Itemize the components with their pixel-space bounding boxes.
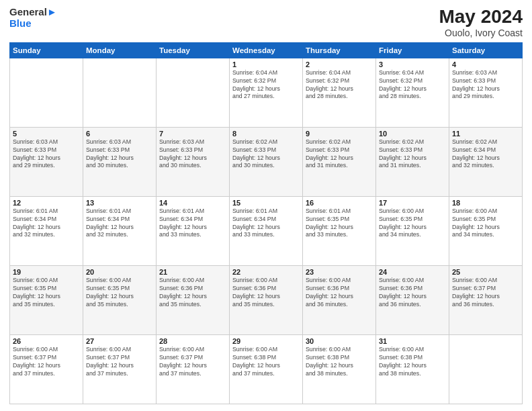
day-num-3-2: 21 [159, 268, 226, 276]
day-info-2-3: Sunrise: 6:01 AM Sunset: 6:34 PM Dayligh… [232, 208, 300, 240]
day-num-3-1: 20 [86, 268, 153, 276]
day-num-2-3: 15 [232, 199, 300, 207]
day-num-0-5: 3 [379, 60, 446, 68]
cell-4-3: 29Sunrise: 6:00 AM Sunset: 6:38 PM Dayli… [230, 334, 303, 404]
cell-3-5: 24Sunrise: 6:00 AM Sunset: 6:36 PM Dayli… [376, 265, 449, 334]
day-num-2-0: 12 [13, 199, 80, 207]
day-info-3-0: Sunrise: 6:00 AM Sunset: 6:35 PM Dayligh… [13, 277, 80, 309]
day-info-3-5: Sunrise: 6:00 AM Sunset: 6:36 PM Dayligh… [379, 277, 446, 309]
day-num-1-5: 10 [379, 130, 446, 138]
cell-3-1: 20Sunrise: 6:00 AM Sunset: 6:35 PM Dayli… [83, 265, 157, 334]
cell-2-3: 15Sunrise: 6:01 AM Sunset: 6:34 PM Dayli… [230, 196, 303, 265]
day-info-2-0: Sunrise: 6:01 AM Sunset: 6:34 PM Dayligh… [13, 208, 80, 240]
day-info-2-5: Sunrise: 6:00 AM Sunset: 6:35 PM Dayligh… [379, 208, 446, 240]
day-num-2-4: 16 [306, 199, 373, 207]
day-info-4-2: Sunrise: 6:00 AM Sunset: 6:37 PM Dayligh… [159, 346, 226, 378]
day-num-4-2: 28 [159, 337, 226, 345]
day-info-1-0: Sunrise: 6:03 AM Sunset: 6:33 PM Dayligh… [13, 138, 80, 171]
week-row-3: 19Sunrise: 6:00 AM Sunset: 6:35 PM Dayli… [10, 265, 523, 334]
day-info-4-5: Sunrise: 6:00 AM Sunset: 6:38 PM Dayligh… [379, 346, 446, 378]
title-area: May 2024 Ouolo, Ivory Coast [439, 7, 523, 38]
day-info-3-1: Sunrise: 6:00 AM Sunset: 6:35 PM Dayligh… [86, 277, 153, 309]
day-info-1-5: Sunrise: 6:02 AM Sunset: 6:33 PM Dayligh… [379, 138, 446, 171]
header: General► Blue May 2024 Ouolo, Ivory Coas… [9, 7, 523, 38]
cell-0-6: 4Sunrise: 6:03 AM Sunset: 6:33 PM Daylig… [449, 58, 523, 127]
cell-4-0: 26Sunrise: 6:00 AM Sunset: 6:37 PM Dayli… [10, 334, 83, 404]
header-tuesday: Tuesday [157, 42, 230, 58]
cell-2-4: 16Sunrise: 6:01 AM Sunset: 6:35 PM Dayli… [303, 196, 376, 265]
day-info-2-6: Sunrise: 6:00 AM Sunset: 6:35 PM Dayligh… [452, 208, 519, 240]
page: General► Blue May 2024 Ouolo, Ivory Coas… [0, 0, 532, 411]
cell-2-6: 18Sunrise: 6:00 AM Sunset: 6:35 PM Dayli… [449, 196, 523, 265]
day-info-0-6: Sunrise: 6:03 AM Sunset: 6:33 PM Dayligh… [452, 69, 519, 101]
calendar-title: May 2024 [439, 7, 523, 28]
cell-1-6: 11Sunrise: 6:02 AM Sunset: 6:34 PM Dayli… [449, 127, 523, 196]
cell-2-0: 12Sunrise: 6:01 AM Sunset: 6:34 PM Dayli… [10, 196, 83, 265]
header-sunday: Sunday [10, 42, 83, 58]
day-num-1-3: 8 [232, 130, 300, 138]
cell-4-2: 28Sunrise: 6:00 AM Sunset: 6:37 PM Dayli… [157, 334, 230, 404]
day-num-2-6: 18 [452, 199, 519, 207]
day-num-1-2: 7 [159, 130, 226, 138]
cell-1-4: 9Sunrise: 6:02 AM Sunset: 6:33 PM Daylig… [303, 127, 376, 196]
day-num-3-6: 25 [452, 268, 519, 276]
header-thursday: Thursday [303, 42, 376, 58]
cell-1-5: 10Sunrise: 6:02 AM Sunset: 6:33 PM Dayli… [376, 127, 449, 196]
day-info-1-6: Sunrise: 6:02 AM Sunset: 6:34 PM Dayligh… [452, 138, 519, 171]
day-info-4-1: Sunrise: 6:00 AM Sunset: 6:37 PM Dayligh… [86, 346, 153, 378]
day-num-1-1: 6 [86, 130, 153, 138]
logo: General► Blue [9, 7, 57, 29]
day-num-4-5: 31 [379, 337, 446, 345]
cell-3-3: 22Sunrise: 6:00 AM Sunset: 6:36 PM Dayli… [230, 265, 303, 334]
day-num-4-0: 26 [13, 337, 80, 345]
cell-3-0: 19Sunrise: 6:00 AM Sunset: 6:35 PM Dayli… [10, 265, 83, 334]
day-info-0-5: Sunrise: 6:04 AM Sunset: 6:32 PM Dayligh… [379, 69, 446, 101]
cell-0-3: 1Sunrise: 6:04 AM Sunset: 6:32 PM Daylig… [230, 58, 303, 127]
calendar-table: Sunday Monday Tuesday Wednesday Thursday… [9, 42, 523, 404]
day-num-1-0: 5 [13, 130, 80, 138]
cell-0-0 [10, 58, 83, 127]
cell-2-2: 14Sunrise: 6:01 AM Sunset: 6:34 PM Dayli… [157, 196, 230, 265]
cell-1-3: 8Sunrise: 6:02 AM Sunset: 6:33 PM Daylig… [230, 127, 303, 196]
week-row-2: 12Sunrise: 6:01 AM Sunset: 6:34 PM Dayli… [10, 196, 523, 265]
day-info-3-4: Sunrise: 6:00 AM Sunset: 6:36 PM Dayligh… [306, 277, 373, 309]
cell-4-1: 27Sunrise: 6:00 AM Sunset: 6:37 PM Dayli… [83, 334, 157, 404]
day-num-0-6: 4 [452, 60, 519, 68]
day-num-4-1: 27 [86, 337, 153, 345]
day-info-1-3: Sunrise: 6:02 AM Sunset: 6:33 PM Dayligh… [232, 138, 300, 171]
day-info-3-6: Sunrise: 6:00 AM Sunset: 6:37 PM Dayligh… [452, 277, 519, 309]
day-num-2-2: 14 [159, 199, 226, 207]
header-monday: Monday [83, 42, 157, 58]
day-info-4-0: Sunrise: 6:00 AM Sunset: 6:37 PM Dayligh… [13, 346, 80, 378]
day-info-1-1: Sunrise: 6:03 AM Sunset: 6:33 PM Dayligh… [86, 138, 153, 171]
day-num-3-5: 24 [379, 268, 446, 276]
day-info-2-4: Sunrise: 6:01 AM Sunset: 6:35 PM Dayligh… [306, 208, 373, 240]
cell-0-4: 2Sunrise: 6:04 AM Sunset: 6:32 PM Daylig… [303, 58, 376, 127]
cell-1-2: 7Sunrise: 6:03 AM Sunset: 6:33 PM Daylig… [157, 127, 230, 196]
cell-3-4: 23Sunrise: 6:00 AM Sunset: 6:36 PM Dayli… [303, 265, 376, 334]
day-info-0-3: Sunrise: 6:04 AM Sunset: 6:32 PM Dayligh… [232, 69, 300, 101]
day-info-3-3: Sunrise: 6:00 AM Sunset: 6:36 PM Dayligh… [232, 277, 300, 309]
day-info-3-2: Sunrise: 6:00 AM Sunset: 6:36 PM Dayligh… [159, 277, 226, 309]
cell-1-1: 6Sunrise: 6:03 AM Sunset: 6:33 PM Daylig… [83, 127, 157, 196]
cell-0-1 [83, 58, 157, 127]
day-num-2-1: 13 [86, 199, 153, 207]
cell-4-5: 31Sunrise: 6:00 AM Sunset: 6:38 PM Dayli… [376, 334, 449, 404]
day-info-1-4: Sunrise: 6:02 AM Sunset: 6:33 PM Dayligh… [306, 138, 373, 171]
day-num-3-3: 22 [232, 268, 300, 276]
day-num-3-0: 19 [13, 268, 80, 276]
day-num-1-4: 9 [306, 130, 373, 138]
day-info-2-2: Sunrise: 6:01 AM Sunset: 6:34 PM Dayligh… [159, 208, 226, 240]
header-saturday: Saturday [449, 42, 523, 58]
cell-0-5: 3Sunrise: 6:04 AM Sunset: 6:32 PM Daylig… [376, 58, 449, 127]
cell-3-6: 25Sunrise: 6:00 AM Sunset: 6:37 PM Dayli… [449, 265, 523, 334]
day-num-3-4: 23 [306, 268, 373, 276]
day-num-4-4: 30 [306, 337, 373, 345]
cell-2-5: 17Sunrise: 6:00 AM Sunset: 6:35 PM Dayli… [376, 196, 449, 265]
day-info-4-4: Sunrise: 6:00 AM Sunset: 6:38 PM Dayligh… [306, 346, 373, 378]
week-row-4: 26Sunrise: 6:00 AM Sunset: 6:37 PM Dayli… [10, 334, 523, 404]
week-row-1: 5Sunrise: 6:03 AM Sunset: 6:33 PM Daylig… [10, 127, 523, 196]
header-wednesday: Wednesday [230, 42, 303, 58]
day-num-1-6: 11 [452, 130, 519, 138]
header-row: Sunday Monday Tuesday Wednesday Thursday… [10, 42, 523, 58]
